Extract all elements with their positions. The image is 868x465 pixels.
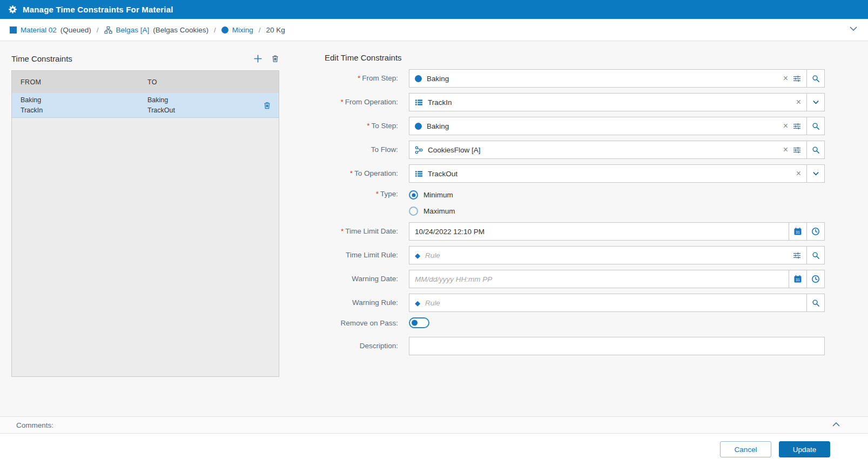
table-row[interactable]: Baking TrackIn Baking TrackOut	[12, 93, 279, 118]
breadcrumb: Material 02 (Queued) / Belgas [A] (Belga…	[0, 19, 868, 41]
filter-icon[interactable]	[793, 251, 801, 260]
clear-icon[interactable]: ×	[783, 122, 788, 130]
flow-icon	[104, 26, 112, 34]
form-row-description: Description:	[325, 337, 825, 355]
window-titlebar: Manage Time Constraints For Material	[0, 0, 868, 19]
radio-label: Maximum	[423, 207, 455, 215]
form-row-type: *Type: Minimum Maximum	[325, 188, 825, 217]
from-step-search-button[interactable]	[807, 69, 825, 88]
row-to-operation: TrackOut	[147, 107, 279, 114]
rule-icon: ◆	[415, 252, 420, 259]
warning-rule-combobox[interactable]: ◆ Rule	[409, 294, 807, 312]
flow-icon	[415, 146, 423, 154]
filter-icon[interactable]	[793, 75, 801, 83]
from-step-label: *From Step:	[325, 69, 409, 88]
material-status: (Queued)	[60, 26, 91, 34]
breadcrumb-separator: /	[259, 26, 261, 34]
from-step-combobox[interactable]: Baking ×	[409, 69, 807, 88]
step-icon	[415, 75, 422, 82]
update-button[interactable]: Update	[779, 441, 830, 457]
table-header-row: FROM TO	[12, 71, 279, 93]
radio-label: Minimum	[423, 191, 453, 199]
breadcrumb-collapse-chevron-icon[interactable]	[850, 26, 857, 31]
from-operation-dropdown-button[interactable]	[807, 93, 825, 111]
main-content: Time Constraints FROM	[0, 41, 868, 416]
time-constraints-table: FROM TO Baking TrackIn Baking TrackOut	[11, 70, 279, 377]
warning-date-input[interactable]: MM/dd/yyyy HH:mm PP	[409, 270, 789, 288]
to-flow-search-button[interactable]	[807, 141, 825, 159]
filter-icon[interactable]	[793, 122, 801, 130]
row-delete-button[interactable]	[263, 101, 271, 109]
filter-icon[interactable]	[793, 146, 801, 154]
clear-icon[interactable]: ×	[783, 145, 788, 154]
gear-icon	[8, 5, 17, 14]
required-marker: *	[358, 74, 360, 82]
to-step-combobox[interactable]: Baking ×	[409, 117, 807, 135]
warning-rule-label: Warning Rule:	[325, 294, 409, 312]
edit-time-constraints-panel: Edit Time Constraints *From Step: Baking…	[325, 53, 825, 361]
type-radio-group: Minimum Maximum	[409, 188, 455, 217]
type-label: *Type:	[325, 188, 409, 200]
breadcrumb-flow-link[interactable]: Belgas [A]	[116, 26, 150, 34]
to-step-label: *To Step:	[325, 117, 409, 135]
clear-icon[interactable]: ×	[796, 169, 801, 178]
footer-action-bar: Cancel Update	[0, 434, 868, 465]
step-icon	[221, 26, 228, 34]
to-flow-value: CookiesFlow [A]	[428, 146, 481, 154]
time-constraints-panel: Time Constraints FROM	[11, 51, 279, 377]
flow-description: (Belgas Cookies)	[153, 26, 208, 34]
row-from-step: Baking	[21, 96, 147, 104]
column-header-to: TO	[147, 78, 279, 86]
time-limit-date-value: 10/24/2022 12:10 PM	[415, 228, 485, 236]
form-row-to-flow: To Flow: CookiesFlow [A] ×	[325, 141, 825, 159]
radio-selected-icon[interactable]	[409, 190, 418, 200]
form-row-to-operation: *To Operation: TrackOut ×	[325, 164, 825, 183]
breadcrumb-step-link[interactable]: Mixing	[232, 26, 253, 34]
breadcrumb-separator: /	[97, 26, 99, 34]
row-from-operation: TrackIn	[21, 107, 147, 114]
operation-icon	[415, 98, 423, 107]
time-limit-date-label: *Time Limit Date:	[325, 222, 409, 241]
time-limit-rule-combobox[interactable]: ◆ Rule	[409, 246, 807, 264]
to-flow-label: To Flow:	[325, 141, 409, 159]
to-operation-combobox[interactable]: TrackOut ×	[409, 164, 807, 183]
to-operation-dropdown-button[interactable]	[807, 164, 825, 183]
form-row-time-limit-date: *Time Limit Date: 10/24/2022 12:10 PM 31	[325, 222, 825, 241]
form-row-time-limit-rule: Time Limit Rule: ◆ Rule	[325, 246, 825, 264]
type-option-maximum[interactable]: Maximum	[409, 205, 455, 217]
warning-rule-placeholder: Rule	[425, 299, 440, 307]
rule-icon: ◆	[415, 300, 420, 307]
column-header-from: FROM	[12, 78, 147, 86]
toggle-knob	[412, 320, 418, 326]
description-input[interactable]	[409, 337, 825, 355]
warning-date-clock-button[interactable]	[807, 270, 825, 288]
from-operation-combobox[interactable]: TrackIn ×	[409, 93, 807, 111]
to-step-search-button[interactable]	[807, 117, 825, 135]
to-operation-value: TrackOut	[428, 170, 457, 178]
svg-text:31: 31	[796, 230, 800, 234]
time-constraints-title: Time Constraints	[11, 54, 253, 63]
time-limit-date-clock-button[interactable]	[807, 222, 825, 241]
warning-date-calendar-button[interactable]: 31	[789, 270, 807, 288]
radio-unselected-icon[interactable]	[409, 207, 418, 216]
time-limit-date-calendar-button[interactable]: 31	[789, 222, 807, 241]
clear-icon[interactable]: ×	[783, 74, 788, 83]
breadcrumb-material-link[interactable]: Material 02	[21, 26, 57, 34]
svg-text:31: 31	[796, 278, 800, 282]
time-limit-rule-placeholder: Rule	[425, 251, 440, 260]
remove-on-pass-toggle[interactable]	[409, 317, 429, 328]
add-constraint-button[interactable]	[253, 54, 263, 63]
row-to-step: Baking	[147, 96, 279, 104]
warning-rule-search-button[interactable]	[807, 294, 825, 312]
time-limit-rule-search-button[interactable]	[807, 246, 825, 264]
to-flow-combobox[interactable]: CookiesFlow [A] ×	[409, 141, 807, 159]
comments-collapse-chevron-icon[interactable]	[832, 422, 840, 427]
form-row-warning-date: Warning Date: MM/dd/yyyy HH:mm PP 31	[325, 270, 825, 288]
time-limit-date-input[interactable]: 10/24/2022 12:10 PM	[409, 222, 789, 241]
clear-icon[interactable]: ×	[796, 98, 801, 107]
form-row-warning-rule: Warning Rule: ◆ Rule	[325, 294, 825, 312]
type-option-minimum[interactable]: Minimum	[409, 189, 455, 201]
delete-constraint-button[interactable]	[271, 55, 279, 63]
cancel-button[interactable]: Cancel	[720, 441, 771, 457]
required-marker: *	[367, 122, 369, 130]
